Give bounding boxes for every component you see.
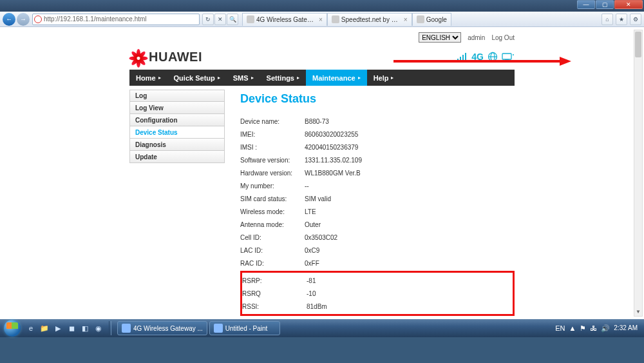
- status-key: IMSI :: [240, 144, 305, 151]
- status-row: Device name:B880-73: [240, 115, 515, 128]
- tray-action-center-icon[interactable]: ⚑: [580, 324, 586, 333]
- browser-toolbar: ← → http://192.168.1.1/maintenance.html …: [0, 12, 644, 27]
- huawei-logo: HUAWEI: [129, 48, 202, 66]
- pinned-app1-icon[interactable]: ◼: [65, 321, 78, 335]
- svg-rect-3: [460, 57, 461, 61]
- signal-icon: [457, 52, 468, 61]
- browser-tab-2[interactable]: Google: [412, 13, 451, 26]
- pinned-app2-icon[interactable]: ◧: [79, 321, 91, 335]
- sidebar-item-log-view[interactable]: Log View: [129, 102, 225, 114]
- status-value: -81: [307, 277, 397, 284]
- status-value: SIM valid: [305, 195, 395, 202]
- status-row: Hardware version:WL1B880GM Ver.B: [240, 166, 515, 179]
- address-bar[interactable]: http://192.168.1.1/maintenance.html: [32, 14, 200, 25]
- svg-rect-2: [457, 59, 459, 61]
- favorites-button[interactable]: ★: [616, 14, 627, 25]
- tab-close-icon[interactable]: ×: [319, 16, 323, 23]
- refresh-button[interactable]: ↻: [202, 14, 214, 25]
- tab-close-icon[interactable]: ×: [404, 16, 408, 23]
- sidebar-item-configuration[interactable]: Configuration: [129, 114, 225, 126]
- status-value: 420040150236379: [305, 144, 395, 151]
- language-select[interactable]: ENGLISH: [419, 32, 461, 43]
- stop-button[interactable]: ✕: [214, 14, 226, 25]
- tab-title: 4G Wireless Gateway: [256, 16, 314, 23]
- nav-item-maintenance[interactable]: Maintenance: [306, 70, 367, 86]
- status-value: 1331.11.335.02.109: [305, 157, 395, 164]
- status-value: 0xFF: [305, 260, 395, 267]
- pinned-explorer-icon[interactable]: 📁: [38, 321, 51, 335]
- status-value: 860603020023255: [305, 131, 395, 138]
- tray-up-icon[interactable]: ▲: [569, 324, 576, 332]
- logout-link[interactable]: Log Out: [491, 34, 515, 41]
- sidebar-item-update[interactable]: Update: [129, 151, 225, 163]
- status-key: Device name:: [240, 118, 305, 125]
- status-key: Hardware version:: [240, 170, 305, 177]
- sidebar: LogLog ViewConfigurationDevice StatusDia…: [129, 90, 225, 316]
- sidebar-item-log[interactable]: Log: [129, 90, 225, 102]
- tools-button[interactable]: ⚙: [630, 14, 641, 25]
- nav-item-help[interactable]: Help: [367, 70, 401, 86]
- status-row: Wireless mode:LTE: [240, 205, 515, 218]
- browser-tab-1[interactable]: Speedtest.net by Ookla - The G...×: [327, 13, 412, 26]
- forward-button[interactable]: →: [17, 13, 30, 26]
- taskbar-task-0[interactable]: 4G Wireless Gateway ...: [117, 321, 207, 335]
- status-key: Wireless mode:: [240, 208, 305, 215]
- pinned-wmp-icon[interactable]: ▶: [52, 321, 64, 335]
- pinned-app3-icon[interactable]: ◉: [92, 321, 105, 335]
- start-button[interactable]: [1, 319, 23, 337]
- sidebar-item-diagnosis[interactable]: Diagnosis: [129, 139, 225, 151]
- network-mode-label: 4G: [471, 52, 484, 62]
- page-title: Device Status: [240, 92, 515, 106]
- window-close-button[interactable]: ✕: [614, 0, 643, 9]
- main-nav: HomeQuick SetupSMSSettingsMaintenanceHel…: [129, 70, 515, 86]
- search-button[interactable]: 🔍: [227, 14, 238, 25]
- status-value: 81dBm: [307, 303, 397, 310]
- tray-lang[interactable]: EN: [555, 324, 565, 332]
- scroll-down-icon[interactable]: ▼: [634, 307, 642, 316]
- status-key: IMEI:: [240, 131, 305, 138]
- svg-rect-5: [465, 53, 466, 61]
- sidebar-item-device-status[interactable]: Device Status: [129, 126, 225, 139]
- site-favicon-icon: [34, 15, 42, 23]
- status-key: My number:: [240, 182, 305, 190]
- status-row: LAC ID:0xC9: [240, 244, 515, 257]
- nav-item-sms[interactable]: SMS: [227, 70, 260, 86]
- nav-item-quick-setup[interactable]: Quick Setup: [167, 70, 227, 86]
- status-row: RSSI:81dBm: [242, 300, 513, 313]
- status-row: SIM card status:SIM valid: [240, 192, 515, 205]
- nav-item-home[interactable]: Home: [129, 70, 167, 86]
- scrollbar[interactable]: ▲ ▼: [634, 30, 643, 317]
- windows-orb-icon: [4, 320, 21, 337]
- status-key: RSRP:: [242, 277, 307, 284]
- window-maximize-button[interactable]: ▢: [596, 0, 614, 9]
- task-icon: [122, 324, 131, 333]
- tab-favicon-icon: [247, 15, 254, 23]
- status-row: RSRP:-81: [242, 274, 513, 287]
- pinned-ie-icon[interactable]: e: [24, 321, 37, 335]
- top-utility-bar: ENGLISH admin Log Out: [129, 27, 515, 44]
- scroll-thumb[interactable]: [635, 32, 641, 57]
- main-content: Device Status Device name:B880-73IMEI:86…: [232, 90, 515, 316]
- status-value: WL1B880GM Ver.B: [305, 170, 395, 177]
- status-list-highlight: RSRP:-81RSRQ-10RSSI:81dBm: [240, 271, 515, 316]
- status-key: RSRQ: [242, 290, 307, 297]
- tab-title: Speedtest.net by Ookla - The G...: [341, 16, 399, 23]
- browser-tab-0[interactable]: 4G Wireless Gateway×: [242, 13, 327, 26]
- task-label: Untitled - Paint: [225, 325, 268, 332]
- status-list: Device name:B880-73IMEI:860603020023255I…: [240, 115, 515, 270]
- tab-favicon-icon: [417, 15, 424, 23]
- page-viewport: ▲ ▼ ENGLISH admin Log Out: [0, 27, 644, 319]
- taskbar-task-1[interactable]: Untitled - Paint: [209, 321, 280, 335]
- nav-item-settings[interactable]: Settings: [260, 70, 306, 86]
- window-minimize-button[interactable]: —: [577, 0, 595, 9]
- tray-network-icon[interactable]: 🖧: [590, 324, 597, 332]
- brand-row: HUAWEI 4G: [129, 44, 515, 70]
- back-button[interactable]: ←: [3, 13, 15, 26]
- status-key: LAC ID:: [240, 247, 305, 254]
- status-key: Software version:: [240, 157, 305, 164]
- tray-volume-icon[interactable]: 🔊: [601, 324, 610, 333]
- browser-tabs: 4G Wireless Gateway×Speedtest.net by Ook…: [242, 13, 451, 26]
- status-key: Antenna mode:: [240, 221, 305, 228]
- tray-clock[interactable]: 2:32 AM: [614, 325, 638, 332]
- home-button[interactable]: ⌂: [601, 14, 613, 25]
